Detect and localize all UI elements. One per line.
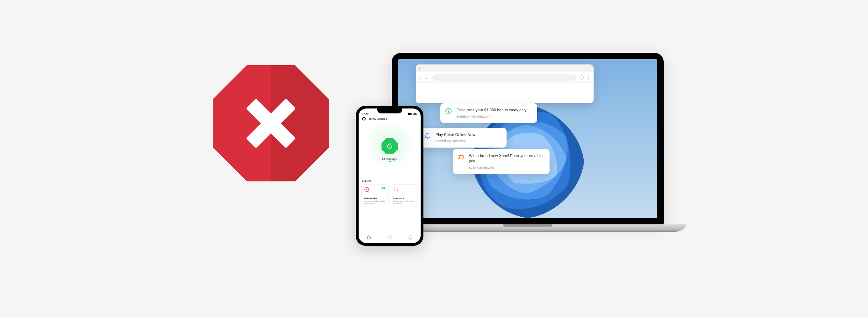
card-title: Ad Free Safari	[364, 197, 386, 199]
browser-toolbar: ‹ › ⋮	[416, 72, 594, 83]
svg-point-9	[410, 237, 411, 238]
svg-marker-3	[366, 189, 367, 190]
laptop-mockup: ‹ › ⋮ $ Don't miss your $1,000 bonus tod…	[392, 53, 664, 232]
card-title: Customize	[393, 197, 415, 199]
svg-text:$: $	[447, 110, 450, 113]
status-time: 17:35	[362, 112, 368, 115]
svg-rect-4	[394, 188, 397, 191]
card-customize[interactable]: Customize Set up exactly what should be …	[391, 184, 418, 207]
app-brand: TOTAL Adblock	[367, 117, 387, 120]
menu-icon: ⋮	[587, 76, 590, 79]
compass-icon	[364, 187, 370, 192]
explore-heading: Explore	[359, 179, 421, 183]
card-desc: Set up exactly what should be blocked	[393, 200, 415, 205]
popup-title: Don't miss your $1,000 bonus today only!	[457, 107, 532, 113]
power-toggle-button[interactable]	[382, 138, 398, 154]
phone-mockup: 17:35 TOTAL Adblock Ad Blocking is ON Ex…	[356, 106, 423, 246]
ad-popup-poker: Play Poker Online Now gamblingscam.com	[419, 128, 507, 148]
game-controller-icon	[457, 153, 465, 161]
popup-domain: gamblingscam.com	[435, 139, 501, 144]
tab-settings[interactable]	[408, 235, 413, 240]
power-icon	[386, 143, 393, 150]
profile-icon	[579, 75, 584, 80]
ad-popup-xbox: Win a brand new Xbox! Enter your email t…	[453, 149, 550, 174]
svg-rect-7	[388, 238, 389, 239]
adblock-status-panel: Ad Blocking is ON	[361, 124, 418, 177]
card-desc: You're now blocking ads in Safari browse…	[364, 200, 386, 205]
customize-icon	[393, 187, 399, 192]
tab-home[interactable]	[366, 235, 371, 240]
popup-domain: scamgame.com	[469, 165, 544, 170]
svg-rect-8	[390, 238, 391, 239]
blocking-state: ON	[382, 160, 397, 163]
card-badge: ON	[381, 187, 386, 189]
signal-icon	[408, 113, 412, 115]
svg-rect-5	[388, 236, 389, 237]
phone-notch	[377, 108, 402, 113]
popup-domain: scamcompetition.com	[457, 114, 532, 119]
stop-sign-icon	[213, 65, 329, 181]
forward-icon: ›	[426, 76, 429, 79]
popup-title: Win a brand new Xbox! Enter your email t…	[469, 153, 544, 164]
browser-window: ‹ › ⋮	[416, 64, 594, 103]
tabbar	[359, 231, 421, 243]
browser-tabs	[416, 64, 594, 72]
bell-icon	[423, 132, 431, 140]
laptop-screen: ‹ › ⋮ $ Don't miss your $1,000 bonus tod…	[398, 59, 657, 218]
app-logo-icon	[362, 117, 366, 120]
back-icon: ‹	[419, 76, 423, 79]
popup-title: Play Poker Online Now	[435, 132, 501, 137]
url-bar	[432, 74, 577, 81]
blocking-label: Ad Blocking is	[382, 158, 397, 160]
dollar-icon: $	[445, 107, 452, 115]
card-ad-free-safari[interactable]: ON Ad Free Safari You're now blocking ad…	[361, 184, 389, 207]
battery-icon	[413, 113, 417, 115]
app-header: TOTAL Adblock	[359, 116, 421, 122]
svg-rect-6	[390, 236, 391, 237]
tab-grid[interactable]	[387, 235, 392, 240]
ad-popup-bonus: $ Don't miss your $1,000 bonus today onl…	[440, 103, 537, 123]
